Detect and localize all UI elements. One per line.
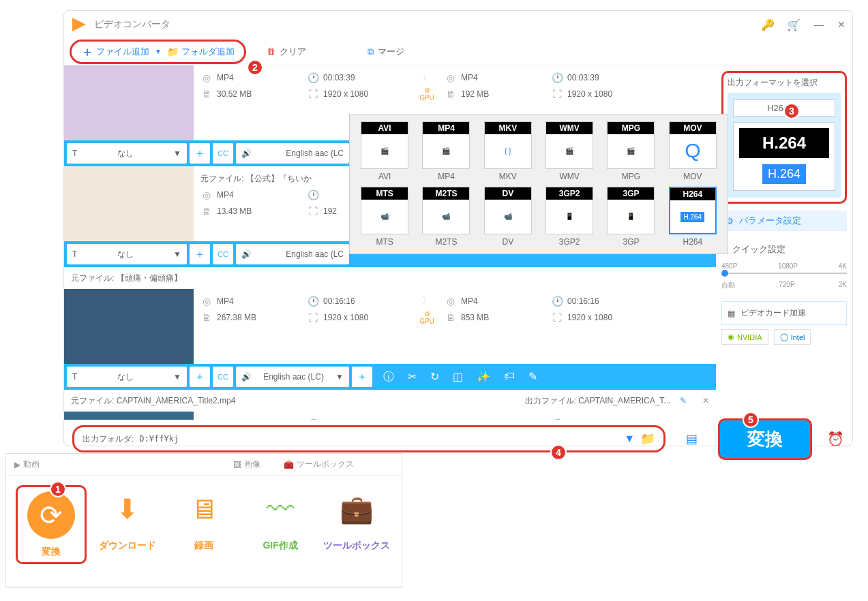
mode-toolbox[interactable]: 💼 ツールボックス bbox=[321, 485, 392, 564]
mode-record[interactable]: 🖥 録画 bbox=[168, 485, 239, 564]
file-icon: 🗎 bbox=[445, 312, 457, 323]
nvidia-chip[interactable]: ◉NVIDIA bbox=[721, 329, 768, 345]
cc-button[interactable]: CC bbox=[213, 143, 233, 164]
cc-button[interactable]: CC bbox=[213, 367, 233, 387]
list-icon[interactable]: ▤ bbox=[686, 431, 698, 446]
src-size: 30.52 MB bbox=[217, 89, 252, 99]
clock-icon: 🕐 bbox=[551, 418, 563, 420]
convert-button[interactable]: 変換 bbox=[718, 418, 812, 460]
plus-icon: ＋ bbox=[81, 44, 93, 60]
resolution-slider[interactable] bbox=[721, 273, 847, 274]
cart-icon[interactable]: 🛒 bbox=[787, 18, 800, 31]
clock-icon: 🕐 bbox=[307, 189, 319, 200]
add-file-button[interactable]: ファイル追加 bbox=[96, 46, 149, 58]
src-size: 267.38 MB bbox=[217, 313, 256, 322]
mode-gif[interactable]: 〰 GIF作成 bbox=[245, 485, 316, 564]
subtitle-add-button[interactable]: ＋ bbox=[190, 244, 210, 264]
src-format: MP4 bbox=[217, 73, 234, 82]
mode-download[interactable]: ⬇ ダウンロード bbox=[92, 485, 163, 564]
app-logo-icon bbox=[71, 16, 87, 33]
out-format: MP4 bbox=[461, 73, 478, 82]
download-icon: ⬇ bbox=[104, 485, 151, 533]
format-option-mp4[interactable]: MP4🎬MP4 bbox=[418, 121, 474, 181]
cc-button[interactable]: CC bbox=[213, 244, 233, 264]
format-option-3gp[interactable]: 3GP📱3GP bbox=[603, 187, 659, 247]
close-button[interactable]: ✕ bbox=[837, 19, 845, 30]
edit-icon[interactable]: ✎ bbox=[680, 396, 687, 405]
rotate-tool-icon[interactable]: ↻ bbox=[430, 370, 439, 384]
convert-icon: ⟳ bbox=[27, 491, 75, 539]
crop-tool-icon[interactable]: ◫ bbox=[453, 370, 463, 384]
audio-select[interactable]: 🔊English aac (LC bbox=[236, 143, 349, 164]
arrow-icon: 〉 bbox=[413, 295, 440, 307]
key-icon[interactable]: 🔑 bbox=[761, 18, 775, 31]
format-option-mkv[interactable]: MKV{ }MKV bbox=[480, 121, 536, 181]
format-option-mts[interactable]: MTS📹MTS bbox=[357, 187, 413, 247]
toolbox-icon: 💼 bbox=[333, 485, 380, 533]
format-option-h264[interactable]: H264H.264EncoderH264 bbox=[665, 187, 721, 247]
audio-select[interactable]: 🔊English aac (LC)▼ bbox=[236, 367, 349, 387]
subtitle-select[interactable]: Tなし▼ bbox=[67, 143, 187, 164]
output-dropdown[interactable]: ▼ bbox=[624, 433, 635, 445]
badge-5: 5 bbox=[743, 412, 759, 428]
src-size: 13.43 MB bbox=[217, 206, 252, 216]
file-item[interactable]: ◎MP4 🕐00:02:26 〉 ◎MP4 🕐00:02:26 🗎23.20 M… bbox=[64, 412, 716, 420]
effects-tool-icon[interactable]: ✨ bbox=[477, 370, 490, 384]
out-duration: 00:02:26 bbox=[567, 419, 599, 420]
browse-folder-button[interactable]: 📁 bbox=[640, 431, 655, 446]
format-option-m2ts[interactable]: M2TS📹M2TS bbox=[418, 187, 474, 247]
out-duration: 00:16:16 bbox=[567, 296, 599, 306]
gif-icon: 〰 bbox=[256, 485, 304, 533]
output-path[interactable]: D:¥ff¥kj bbox=[139, 434, 618, 444]
tab-video[interactable]: ▶動画 bbox=[6, 454, 48, 475]
output-folder-group: 出力フォルダ: D:¥ff¥kj ▼ 📁 bbox=[72, 425, 665, 452]
remove-file-button[interactable]: ✕ bbox=[702, 396, 709, 405]
param-settings-button[interactable]: ⚙ パラメータ設定 bbox=[721, 211, 847, 231]
format-option-mov[interactable]: MOVQMOV bbox=[665, 121, 721, 181]
out-format: MP4 bbox=[461, 296, 478, 306]
subtitle-add-button[interactable]: ＋ bbox=[190, 367, 210, 387]
audio-select[interactable]: 🔊English aac (LC bbox=[236, 244, 349, 264]
subtitle-add-button[interactable]: ＋ bbox=[190, 143, 210, 164]
subtitle-select[interactable]: Tなし▼ bbox=[67, 244, 187, 264]
format-option-dv[interactable]: DV📹DV bbox=[480, 187, 536, 247]
info-tool-icon[interactable]: ⓘ bbox=[383, 370, 394, 384]
format-icon: ◎ bbox=[200, 72, 213, 83]
clear-button[interactable]: 🗑 クリア bbox=[267, 46, 306, 58]
format-option-3gp2[interactable]: 3GP2📱3GP2 bbox=[541, 187, 597, 247]
mode-convert[interactable]: ⟳ 変換 bbox=[16, 485, 87, 564]
tab-toolbox[interactable]: 🧰ツールボックス bbox=[275, 454, 362, 475]
format-option-wmv[interactable]: WMV🎬WMV bbox=[541, 121, 597, 181]
output-label: 出力フォルダ: bbox=[83, 433, 134, 445]
clock-icon: 🕐 bbox=[307, 418, 319, 420]
arrow-icon: 〉 bbox=[413, 72, 440, 84]
resolution-icon: ⛶ bbox=[551, 89, 563, 99]
subtitle-bar: Tなし▼ ＋ CC 🔊English aac (LC)▼ ＋ ⓘ ✂ ↻ ◫ ✨… bbox=[64, 364, 716, 390]
format-preview: H.264 H.264 bbox=[733, 122, 835, 191]
out-res: 1920 x 1080 bbox=[567, 313, 612, 322]
src-format: MP4 bbox=[217, 190, 234, 200]
gpu-accel-button[interactable]: ▦ ビデオカード加速 bbox=[721, 301, 847, 325]
gpu-label: GPU bbox=[419, 318, 434, 325]
add-folder-button[interactable]: フォルダ追加 bbox=[181, 46, 235, 58]
format-icon: ◎ bbox=[200, 418, 213, 420]
watermark-tool-icon[interactable]: 🏷 bbox=[504, 370, 515, 384]
format-icon: ◎ bbox=[200, 296, 213, 307]
edit-tool-icon[interactable]: ✎ bbox=[528, 370, 537, 384]
tab-image[interactable]: 🖼画像 bbox=[225, 454, 269, 475]
schedule-icon[interactable]: ⏰ bbox=[827, 431, 844, 447]
add-file-dropdown[interactable]: ▼ bbox=[155, 48, 162, 55]
intel-chip[interactable]: ◯Intel bbox=[774, 329, 811, 345]
format-option-mpg[interactable]: MPG🎬MPG bbox=[603, 121, 659, 181]
subtitle-select[interactable]: Tなし▼ bbox=[67, 367, 187, 387]
cut-tool-icon[interactable]: ✂ bbox=[408, 370, 417, 384]
audio-add-button[interactable]: ＋ bbox=[352, 367, 372, 387]
clock-icon: 🕐 bbox=[307, 296, 319, 307]
format-icon: ◎ bbox=[445, 418, 457, 420]
format-option-avi[interactable]: AVI🎬AVI bbox=[357, 121, 413, 181]
file-item[interactable]: ◎MP4 🕐00:16:16 〉 ◎MP4 🕐00:16:16 🗎267.38 … bbox=[64, 289, 716, 364]
minimize-button[interactable]: — bbox=[814, 19, 824, 30]
out-duration: 00:03:39 bbox=[567, 73, 599, 82]
out-res: 1920 x 1080 bbox=[567, 89, 612, 99]
merge-button[interactable]: ⧉ マージ bbox=[368, 46, 404, 58]
